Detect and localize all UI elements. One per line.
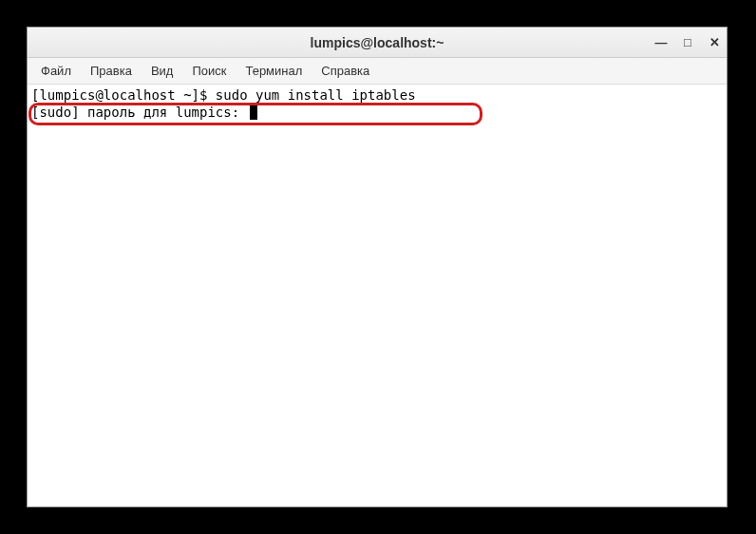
menu-edit[interactable]: Правка [81, 60, 142, 82]
terminal-line-command: [lumpics@localhost ~]$ sudo yum install … [31, 86, 723, 104]
menu-help[interactable]: Справка [312, 60, 379, 82]
terminal-line-prompt: [sudo] пароль для lumpics: [31, 104, 723, 121]
menu-view[interactable]: Вид [142, 60, 183, 82]
terminal-output[interactable]: [lumpics@localhost ~]$ sudo yum install … [28, 85, 727, 506]
menu-search[interactable]: Поиск [182, 60, 236, 82]
cursor-icon [250, 105, 257, 120]
menu-file[interactable]: Файл [31, 60, 81, 82]
titlebar[interactable]: lumpics@localhost:~ — □ ✕ [28, 28, 727, 58]
minimize-button[interactable]: — [654, 36, 668, 49]
menu-terminal[interactable]: Терминал [236, 60, 312, 82]
close-button[interactable]: ✕ [708, 36, 721, 49]
window-controls: — □ ✕ [654, 36, 721, 49]
maximize-button[interactable]: □ [681, 36, 694, 49]
window-title: lumpics@localhost:~ [311, 35, 444, 50]
menubar: Файл Правка Вид Поиск Терминал Справка [28, 58, 727, 85]
terminal-window: lumpics@localhost:~ — □ ✕ Файл Правка Ви… [27, 27, 728, 507]
